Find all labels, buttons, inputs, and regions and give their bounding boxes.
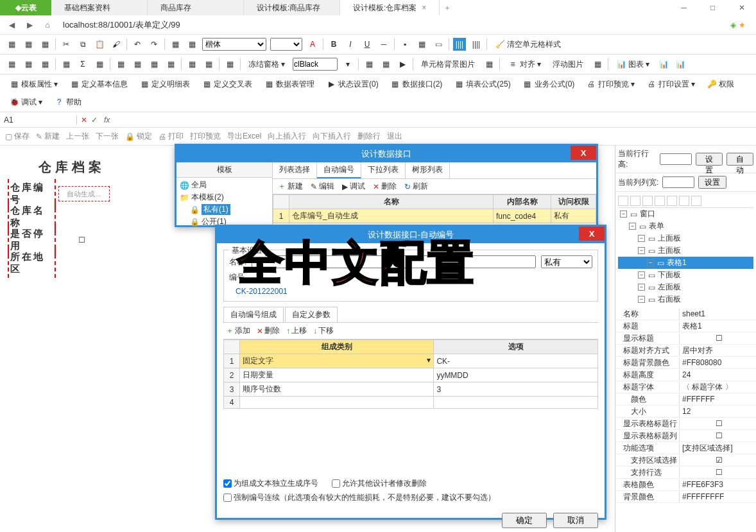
- cut-icon[interactable]: ✂: [60, 38, 73, 51]
- freeze-button[interactable]: 冻结窗格 ▾: [245, 57, 289, 71]
- dlg-tab[interactable]: 下拉列表: [361, 162, 406, 178]
- template-tree-item[interactable]: 🌐全局: [178, 179, 271, 191]
- tool-icon[interactable]: ▦: [39, 58, 51, 71]
- merge-icon[interactable]: ▭: [432, 38, 445, 51]
- prop-row[interactable]: 支持区域选择☑: [615, 454, 756, 467]
- font-color-icon[interactable]: A: [306, 38, 319, 51]
- prop-row[interactable]: 显示表格标题行☐: [615, 418, 756, 430]
- perm-button[interactable]: 🔑权限: [703, 77, 738, 91]
- tab-0[interactable]: 基础档案资料: [51, 0, 148, 15]
- tool-icon[interactable]: ▦: [114, 58, 127, 71]
- strike-icon[interactable]: ─: [377, 38, 390, 51]
- tool-icon[interactable]: ▦: [379, 58, 392, 71]
- tool-icon[interactable]: ▦: [148, 58, 160, 71]
- field-cell[interactable]: 自动生成...: [58, 186, 110, 202]
- prop-row[interactable]: 标题背景颜色#FF808080: [615, 357, 756, 369]
- tool-icon[interactable]: ▦: [223, 58, 236, 71]
- tool-icon[interactable]: ▦: [5, 58, 18, 71]
- chart-icon[interactable]: 📊: [657, 58, 670, 71]
- tree-tool-icon[interactable]: [679, 196, 689, 206]
- tool-icon[interactable]: ▦: [483, 58, 495, 71]
- prop-row[interactable]: 表格颜色#FFE6F3F3: [615, 479, 756, 491]
- prop-row[interactable]: 背景颜色#FFFFFFFF: [615, 491, 756, 503]
- prop-row[interactable]: 标题字体〈 标题字体 〉: [615, 381, 756, 393]
- cancel-button[interactable]: 取消: [553, 513, 598, 528]
- accept-fx-icon[interactable]: ✓: [91, 116, 98, 124]
- toolbar-button[interactable]: ↻ 刷新: [404, 181, 428, 192]
- fill-formula-button[interactable]: ▦填表公式(25): [450, 77, 514, 91]
- data-api-button[interactable]: ▦数据接口(2): [386, 77, 447, 91]
- toolbar-button[interactable]: ＋ 新建: [278, 181, 303, 192]
- back-button[interactable]: ◀: [5, 19, 18, 31]
- template-tree-item[interactable]: 📁本模板(2): [178, 191, 271, 203]
- tool-icon[interactable]: ▦: [5, 38, 18, 51]
- barcode-icon[interactable]: ||||: [470, 38, 483, 51]
- underline-icon[interactable]: U: [361, 38, 374, 51]
- auto-button[interactable]: 自动: [726, 153, 753, 166]
- paste-icon[interactable]: 📋: [93, 38, 106, 51]
- new-tab-button[interactable]: ＋: [440, 0, 455, 15]
- prop-row[interactable]: 标题表格1: [615, 320, 756, 332]
- dlg-tab[interactable]: 树形列表: [406, 162, 450, 178]
- tool-icon[interactable]: ▦: [202, 58, 215, 71]
- tree-item[interactable]: −▭表单: [618, 220, 753, 232]
- col-width-set-button[interactable]: 设置: [698, 176, 726, 189]
- prop-row[interactable]: 支持行选☐: [615, 467, 756, 479]
- del-row-button[interactable]: 删除行: [357, 131, 381, 142]
- chart-button[interactable]: 📊图表 ▾: [612, 57, 653, 71]
- export-button[interactable]: 导出Excel: [227, 131, 261, 142]
- border-icon[interactable]: ▦: [415, 38, 428, 51]
- perm-select[interactable]: 私有: [541, 255, 592, 268]
- insert-down-button[interactable]: 向下插入行: [313, 131, 351, 142]
- tab-3[interactable]: 设计模板:仓库档案×: [340, 0, 440, 15]
- tool-icon[interactable]: ▦: [169, 38, 182, 51]
- debug-button[interactable]: 🐞调试 ▾: [5, 95, 46, 109]
- italic-icon[interactable]: I: [344, 38, 357, 51]
- template-tree-item[interactable]: 🔒私有(1): [178, 203, 271, 216]
- maximize-button[interactable]: □: [698, 0, 727, 15]
- col-width-input[interactable]: [662, 176, 694, 188]
- tree-tool-icon[interactable]: [691, 196, 701, 206]
- minimize-button[interactable]: ─: [669, 0, 698, 15]
- diamond-icon[interactable]: ◈: [730, 21, 736, 30]
- row-height-set-button[interactable]: 设置: [696, 153, 723, 166]
- def-cross-button[interactable]: ▦定义交叉表: [198, 77, 256, 91]
- flag-icon[interactable]: ▶: [396, 58, 409, 71]
- home-button[interactable]: ⌂: [41, 19, 54, 31]
- table-row[interactable]: 1固定文字▾CK-: [224, 354, 598, 368]
- preview-button[interactable]: 打印预览: [190, 131, 221, 142]
- tree-item[interactable]: −▭左面板: [618, 281, 753, 293]
- tmpl-prop-button[interactable]: ▦模板属性 ▾: [5, 77, 62, 91]
- tree-item[interactable]: −▭上面板: [618, 232, 753, 245]
- dialog-close-button[interactable]: X: [579, 227, 605, 241]
- toolbar-button[interactable]: ↑ 上移: [286, 325, 307, 336]
- tree-item[interactable]: −▭表格1: [618, 257, 753, 269]
- help-button[interactable]: ?帮助: [50, 95, 85, 109]
- table-row[interactable]: 2日期变量yyMMDD: [224, 368, 598, 382]
- tool-icon[interactable]: ▦: [39, 38, 51, 51]
- print-button[interactable]: 🖨 打印: [159, 131, 184, 142]
- prop-row[interactable]: 功能选项[支持区域选择]: [615, 442, 756, 454]
- print-setting-button[interactable]: 🖨打印设置 ▾: [642, 77, 699, 91]
- barcode-icon[interactable]: ||||: [453, 38, 466, 51]
- sum-icon[interactable]: Σ: [76, 58, 89, 71]
- close-button[interactable]: ✕: [727, 0, 756, 15]
- prop-row[interactable]: 颜色#FFFFFF: [615, 393, 756, 406]
- exit-button[interactable]: 退出: [387, 131, 402, 142]
- tool-icon[interactable]: ▦: [185, 58, 198, 71]
- tree-item[interactable]: −▭下面板: [618, 269, 753, 281]
- row-height-input[interactable]: [660, 153, 692, 165]
- tree-item[interactable]: −▭右面板: [618, 293, 753, 305]
- ok-button[interactable]: 确定: [502, 513, 547, 528]
- toolbar-button[interactable]: ▶ 调试: [342, 181, 365, 192]
- tool-icon[interactable]: ▦: [60, 58, 73, 71]
- align-button[interactable]: ≡对齐 ▾: [504, 57, 545, 71]
- bold-icon[interactable]: B: [327, 38, 340, 51]
- table-row[interactable]: 1 仓库编号_自动生成 func_code4 私有: [273, 209, 596, 223]
- url-display[interactable]: localhost:88/10001/表单定义/99: [59, 18, 725, 32]
- next-button[interactable]: 下一张: [96, 131, 119, 142]
- toolbar-button[interactable]: ✎ 编辑: [311, 181, 334, 192]
- prop-row[interactable]: 大小12: [615, 406, 756, 418]
- inner-tab-0[interactable]: 自动编号组成: [223, 307, 284, 322]
- chart-icon[interactable]: 📊: [674, 58, 687, 71]
